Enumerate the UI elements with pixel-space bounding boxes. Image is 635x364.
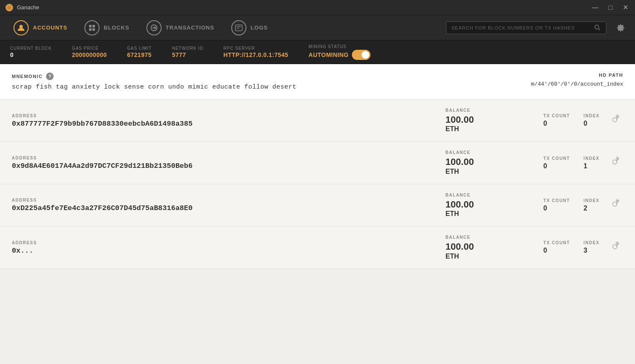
account-row[interactable]: ADDRESS 0x... BALANCE 100.00 ETH TX COUN… [0,226,635,269]
mnemonic-left: MNEMONIC ? scrap fish tag anxiety lock s… [12,73,297,91]
search-input[interactable] [451,25,591,30]
key-icon-2[interactable] [610,197,626,213]
logs-label: LOGS [251,24,268,31]
mnemonic-header: MNEMONIC ? [12,73,297,80]
transactions-label: TRANSACTIONS [166,24,214,31]
account-balance-3: 100.00 [446,241,530,252]
hd-path-value: m/44'/60'/0'/0/account_index [531,81,623,87]
key-icon-0[interactable] [610,113,626,129]
hd-path-label: HD PATH [531,73,623,78]
search-bar[interactable] [446,22,606,34]
accounts-list: ADDRESS 0x877777F2F79b9bb767D88330eebcbA… [0,100,635,269]
gas-price-value: 2000000000 [72,51,107,58]
account-left-2: ADDRESS 0xD225a45fe7Ee4c3a27F26C07D45d75… [12,198,432,212]
status-gas-limit: GAS LIMIT 6721975 [127,46,151,58]
account-txcount-0: TX COUNT 0 [543,113,570,127]
transactions-icon [146,20,162,35]
svg-rect-8 [235,25,242,31]
mnemonic-help-button[interactable]: ? [46,73,54,80]
account-left-0: ADDRESS 0x877777F2F79b9bb767D88330eebcbA… [12,113,432,128]
mining-toggle[interactable] [352,50,370,60]
account-row[interactable]: ADDRESS 0x9d8A4E6017A4Aa2d97DC7CF29d121B… [0,142,635,184]
nav-item-accounts[interactable]: ACCOUNTS [7,17,74,39]
svg-rect-6 [92,28,95,31]
status-network-id: NETWORK ID 5777 [172,46,203,58]
mnemonic-section: MNEMONIC ? scrap fish tag anxiety lock s… [0,64,635,100]
account-balance-1: 100.00 [446,156,530,167]
account-address-0: 0x877777F2F79b9bb767D88330eebcbA6D1498a3… [12,120,432,128]
settings-icon [616,24,625,32]
svg-rect-3 [89,25,92,27]
account-middle-1: BALANCE 100.00 ETH [446,150,530,175]
logs-icon [231,20,246,35]
account-txcount-2: TX COUNT 0 [543,198,570,212]
gas-price-label: GAS PRICE [72,46,107,51]
account-right-0: TX COUNT 0 INDEX 0 [543,113,623,127]
minimize-button[interactable]: — [590,3,600,11]
account-balance-0: 100.00 [446,114,530,125]
account-index-0: INDEX 0 [584,113,600,127]
close-button[interactable]: ✕ [621,3,630,11]
nav-item-transactions[interactable]: TRANSACTIONS [140,17,221,39]
status-gas-price: GAS PRICE 2000000000 [72,46,107,58]
account-address-3: 0x... [12,247,432,255]
status-mining: MINING STATUS AUTOMINING [308,44,370,60]
status-rpc-server: RPC SERVER HTTP://127.0.0.1:7545 [224,46,289,58]
svg-rect-4 [92,25,95,27]
key-icon-1[interactable] [610,155,626,171]
account-balance-eth-0: ETH [446,125,530,133]
account-middle-2: BALANCE 100.00 ETH [446,193,530,218]
address-label-2: ADDRESS [12,198,432,202]
account-balance-eth-2: ETH [446,210,530,218]
mnemonic-phrase: scrap fish tag anxiety lock sense corn u… [12,84,297,91]
network-id-value: 5777 [172,51,203,58]
mining-status-row: AUTOMINING [308,50,370,60]
mnemonic-right: HD PATH m/44'/60'/0'/0/account_index [531,73,623,87]
nav-item-blocks[interactable]: BLOCKS [78,17,136,39]
settings-button[interactable] [613,20,628,35]
account-right-3: TX COUNT 0 INDEX 3 [543,240,623,254]
accounts-icon [14,20,29,35]
current-block-label: CURRENT BLOCK [10,46,51,51]
main-content: MNEMONIC ? scrap fish tag anxiety lock s… [0,64,635,364]
app-icon [5,3,14,12]
account-left-3: ADDRESS 0x... [12,240,432,255]
current-block-value: 0 [10,51,51,58]
status-bar: CURRENT BLOCK 0 GAS PRICE 2000000000 GAS… [0,40,635,64]
key-icon-3[interactable] [610,240,626,256]
accounts-label: ACCOUNTS [33,24,68,31]
balance-label-0: BALANCE [446,108,530,113]
address-label-1: ADDRESS [12,156,432,160]
mnemonic-label: MNEMONIC [12,74,43,79]
svg-point-2 [19,25,23,28]
balance-label-3: BALANCE [446,235,530,240]
mining-status-value: AUTOMINING [308,51,349,58]
balance-label-2: BALANCE [446,193,530,197]
nav-bar: ACCOUNTS BLOCKS TRANSACTIONS [0,15,635,40]
svg-point-1 [7,5,11,10]
mining-status-label: MINING STATUS [308,44,370,49]
address-label-0: ADDRESS [12,113,432,118]
account-left-1: ADDRESS 0x9d8A4E6017A4Aa2d97DC7CF29d121B… [12,156,432,170]
account-row[interactable]: ADDRESS 0xD225a45fe7Ee4c3a27F26C07D45d75… [0,184,635,226]
blocks-label: BLOCKS [104,24,130,31]
rpc-server-label: RPC SERVER [224,46,289,51]
title-bar-left: Ganache [5,3,39,12]
account-address-2: 0xD225a45fe7Ee4c3a27F26C07D45d75aB8316a8… [12,204,432,212]
rpc-server-value: HTTP://127.0.0.1:7545 [224,51,289,58]
title-bar: Ganache — □ ✕ [0,0,635,15]
address-label-3: ADDRESS [12,240,432,245]
account-index-1: INDEX 1 [584,156,600,170]
blocks-icon [84,20,100,35]
maximize-button[interactable]: □ [607,3,614,11]
svg-point-9 [595,25,599,29]
svg-rect-5 [89,28,92,31]
account-middle-3: BALANCE 100.00 ETH [446,235,530,260]
app-title: Ganache [17,4,39,11]
gas-limit-value: 6721975 [127,51,151,58]
account-row[interactable]: ADDRESS 0x877777F2F79b9bb767D88330eebcbA… [0,100,635,142]
nav-item-logs[interactable]: LOGS [224,17,275,39]
account-right-2: TX COUNT 0 INDEX 2 [543,198,623,212]
search-icon [594,24,601,31]
account-balance-2: 100.00 [446,199,530,210]
